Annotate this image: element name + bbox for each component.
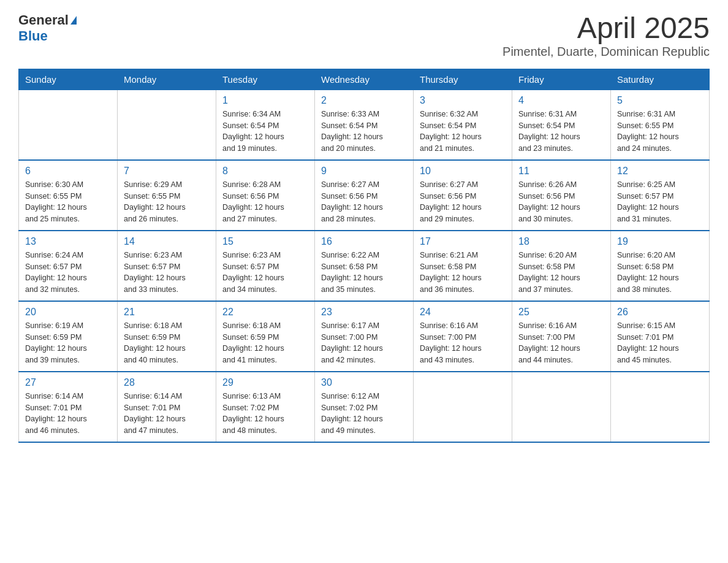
day-info: Sunrise: 6:19 AM Sunset: 6:59 PM Dayligh… — [25, 320, 111, 366]
days-of-week-row: SundayMondayTuesdayWednesdayThursdayFrid… — [19, 69, 710, 90]
col-header-wednesday: Wednesday — [315, 69, 414, 90]
day-info: Sunrise: 6:31 AM Sunset: 6:55 PM Dayligh… — [617, 109, 703, 155]
calendar-cell: 15Sunrise: 6:23 AM Sunset: 6:57 PM Dayli… — [216, 231, 315, 301]
day-number: 26 — [617, 307, 703, 318]
calendar-cell: 7Sunrise: 6:29 AM Sunset: 6:55 PM Daylig… — [118, 160, 216, 231]
day-number: 1 — [222, 95, 308, 106]
day-info: Sunrise: 6:33 AM Sunset: 6:54 PM Dayligh… — [321, 109, 407, 155]
day-info: Sunrise: 6:20 AM Sunset: 6:58 PM Dayligh… — [617, 250, 703, 296]
day-info: Sunrise: 6:32 AM Sunset: 6:54 PM Dayligh… — [420, 109, 506, 155]
day-number: 3 — [420, 95, 506, 106]
day-number: 2 — [321, 95, 407, 106]
calendar-header: SundayMondayTuesdayWednesdayThursdayFrid… — [19, 69, 710, 90]
day-info: Sunrise: 6:28 AM Sunset: 6:56 PM Dayligh… — [222, 179, 308, 225]
day-number: 18 — [518, 236, 604, 247]
calendar-cell — [611, 372, 710, 442]
day-number: 7 — [124, 166, 210, 177]
calendar-cell: 20Sunrise: 6:19 AM Sunset: 6:59 PM Dayli… — [19, 301, 118, 372]
day-info: Sunrise: 6:18 AM Sunset: 6:59 PM Dayligh… — [124, 320, 210, 366]
day-info: Sunrise: 6:12 AM Sunset: 7:02 PM Dayligh… — [321, 391, 407, 437]
week-row-4: 20Sunrise: 6:19 AM Sunset: 6:59 PM Dayli… — [19, 301, 710, 372]
day-info: Sunrise: 6:16 AM Sunset: 7:00 PM Dayligh… — [420, 320, 506, 366]
col-header-friday: Friday — [512, 69, 611, 90]
calendar-cell: 9Sunrise: 6:27 AM Sunset: 6:56 PM Daylig… — [315, 160, 414, 231]
day-number: 11 — [518, 166, 604, 177]
col-header-saturday: Saturday — [611, 69, 710, 90]
day-info: Sunrise: 6:31 AM Sunset: 6:54 PM Dayligh… — [518, 109, 604, 155]
day-info: Sunrise: 6:23 AM Sunset: 6:57 PM Dayligh… — [124, 250, 210, 296]
col-header-sunday: Sunday — [19, 69, 118, 90]
day-number: 22 — [222, 307, 308, 318]
day-number: 4 — [518, 95, 604, 106]
week-row-5: 27Sunrise: 6:14 AM Sunset: 7:01 PM Dayli… — [19, 372, 710, 442]
day-info: Sunrise: 6:21 AM Sunset: 6:58 PM Dayligh… — [420, 250, 506, 296]
week-row-3: 13Sunrise: 6:24 AM Sunset: 6:57 PM Dayli… — [19, 231, 710, 301]
day-info: Sunrise: 6:18 AM Sunset: 6:59 PM Dayligh… — [222, 320, 308, 366]
calendar-cell: 12Sunrise: 6:25 AM Sunset: 6:57 PM Dayli… — [611, 160, 710, 231]
day-info: Sunrise: 6:23 AM Sunset: 6:57 PM Dayligh… — [222, 250, 308, 296]
day-info: Sunrise: 6:24 AM Sunset: 6:57 PM Dayligh… — [25, 250, 111, 296]
day-info: Sunrise: 6:20 AM Sunset: 6:58 PM Dayligh… — [518, 250, 604, 296]
page-header: General Blue April 2025 Pimentel, Duarte… — [18, 12, 710, 59]
calendar-cell — [512, 372, 611, 442]
day-number: 12 — [617, 166, 703, 177]
calendar-cell: 2Sunrise: 6:33 AM Sunset: 6:54 PM Daylig… — [315, 90, 414, 160]
logo-triangle-icon — [70, 16, 77, 25]
day-number: 8 — [222, 166, 308, 177]
calendar-cell: 22Sunrise: 6:18 AM Sunset: 6:59 PM Dayli… — [216, 301, 315, 372]
day-number: 27 — [25, 377, 111, 388]
calendar-body: 1Sunrise: 6:34 AM Sunset: 6:54 PM Daylig… — [19, 90, 710, 442]
title-block: April 2025 Pimentel, Duarte, Dominican R… — [502, 12, 710, 59]
col-header-monday: Monday — [118, 69, 216, 90]
calendar-cell: 23Sunrise: 6:17 AM Sunset: 7:00 PM Dayli… — [315, 301, 414, 372]
day-info: Sunrise: 6:13 AM Sunset: 7:02 PM Dayligh… — [222, 391, 308, 437]
calendar-cell: 26Sunrise: 6:15 AM Sunset: 7:01 PM Dayli… — [611, 301, 710, 372]
calendar-cell: 25Sunrise: 6:16 AM Sunset: 7:00 PM Dayli… — [512, 301, 611, 372]
calendar-cell — [118, 90, 216, 160]
calendar-cell: 18Sunrise: 6:20 AM Sunset: 6:58 PM Dayli… — [512, 231, 611, 301]
calendar-cell — [19, 90, 118, 160]
day-number: 14 — [124, 236, 210, 247]
calendar-cell: 17Sunrise: 6:21 AM Sunset: 6:58 PM Dayli… — [414, 231, 512, 301]
week-row-1: 1Sunrise: 6:34 AM Sunset: 6:54 PM Daylig… — [19, 90, 710, 160]
day-number: 15 — [222, 236, 308, 247]
day-info: Sunrise: 6:27 AM Sunset: 6:56 PM Dayligh… — [420, 179, 506, 225]
day-number: 6 — [25, 166, 111, 177]
calendar-cell: 4Sunrise: 6:31 AM Sunset: 6:54 PM Daylig… — [512, 90, 611, 160]
calendar-cell: 14Sunrise: 6:23 AM Sunset: 6:57 PM Dayli… — [118, 231, 216, 301]
calendar-cell — [414, 372, 512, 442]
day-number: 19 — [617, 236, 703, 247]
day-number: 29 — [222, 377, 308, 388]
day-info: Sunrise: 6:25 AM Sunset: 6:57 PM Dayligh… — [617, 179, 703, 225]
calendar-cell: 21Sunrise: 6:18 AM Sunset: 6:59 PM Dayli… — [118, 301, 216, 372]
day-number: 28 — [124, 377, 210, 388]
day-info: Sunrise: 6:29 AM Sunset: 6:55 PM Dayligh… — [124, 179, 210, 225]
day-number: 20 — [25, 307, 111, 318]
calendar-table: SundayMondayTuesdayWednesdayThursdayFrid… — [18, 69, 710, 443]
calendar-cell: 13Sunrise: 6:24 AM Sunset: 6:57 PM Dayli… — [19, 231, 118, 301]
day-info: Sunrise: 6:27 AM Sunset: 6:56 PM Dayligh… — [321, 179, 407, 225]
day-info: Sunrise: 6:22 AM Sunset: 6:58 PM Dayligh… — [321, 250, 407, 296]
day-number: 10 — [420, 166, 506, 177]
col-header-thursday: Thursday — [414, 69, 512, 90]
col-header-tuesday: Tuesday — [216, 69, 315, 90]
calendar-cell: 16Sunrise: 6:22 AM Sunset: 6:58 PM Dayli… — [315, 231, 414, 301]
day-number: 16 — [321, 236, 407, 247]
day-info: Sunrise: 6:14 AM Sunset: 7:01 PM Dayligh… — [124, 391, 210, 437]
day-info: Sunrise: 6:17 AM Sunset: 7:00 PM Dayligh… — [321, 320, 407, 366]
day-number: 9 — [321, 166, 407, 177]
day-info: Sunrise: 6:14 AM Sunset: 7:01 PM Dayligh… — [25, 391, 111, 437]
day-number: 23 — [321, 307, 407, 318]
calendar-cell: 27Sunrise: 6:14 AM Sunset: 7:01 PM Dayli… — [19, 372, 118, 442]
calendar-cell: 8Sunrise: 6:28 AM Sunset: 6:56 PM Daylig… — [216, 160, 315, 231]
calendar-cell: 11Sunrise: 6:26 AM Sunset: 6:56 PM Dayli… — [512, 160, 611, 231]
calendar-cell: 29Sunrise: 6:13 AM Sunset: 7:02 PM Dayli… — [216, 372, 315, 442]
calendar-cell: 5Sunrise: 6:31 AM Sunset: 6:55 PM Daylig… — [611, 90, 710, 160]
week-row-2: 6Sunrise: 6:30 AM Sunset: 6:55 PM Daylig… — [19, 160, 710, 231]
calendar-cell: 1Sunrise: 6:34 AM Sunset: 6:54 PM Daylig… — [216, 90, 315, 160]
day-info: Sunrise: 6:26 AM Sunset: 6:56 PM Dayligh… — [518, 179, 604, 225]
day-info: Sunrise: 6:16 AM Sunset: 7:00 PM Dayligh… — [518, 320, 604, 366]
calendar-cell: 10Sunrise: 6:27 AM Sunset: 6:56 PM Dayli… — [414, 160, 512, 231]
logo-blue: Blue — [18, 28, 77, 44]
day-info: Sunrise: 6:34 AM Sunset: 6:54 PM Dayligh… — [222, 109, 308, 155]
